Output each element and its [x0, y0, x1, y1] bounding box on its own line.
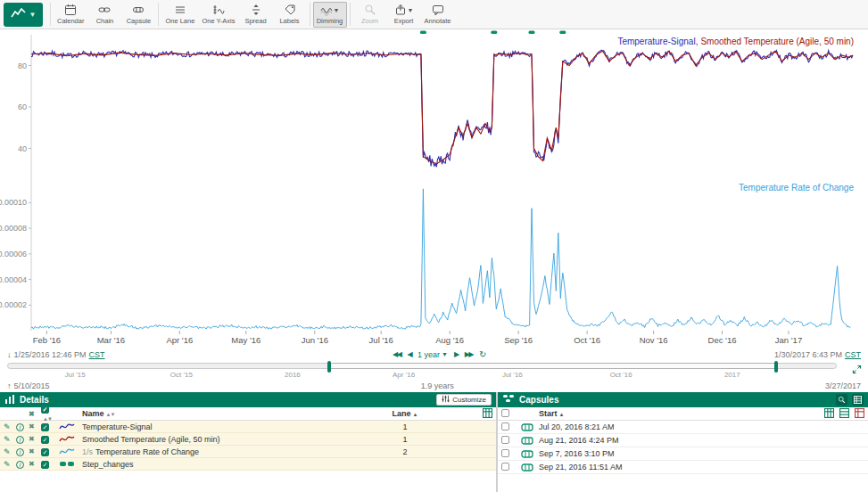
step-back-icon[interactable]: ◀: [407, 350, 411, 358]
visibility-checkbox[interactable]: ✓: [41, 461, 49, 469]
toolbar-button-label: Calendar: [57, 17, 84, 25]
customize-button[interactable]: Customize: [436, 394, 492, 406]
info-icon[interactable]: i: [16, 447, 29, 456]
toolbar-separator: [350, 3, 351, 26]
capsule-marker[interactable]: [420, 31, 426, 35]
capsules-panel-title: Capsules: [519, 395, 558, 405]
capsules-panel-icon: [502, 394, 515, 406]
toolbar-button-dimming[interactable]: ▼ Dimming: [313, 2, 347, 28]
capsule-checkbox[interactable]: [501, 436, 509, 444]
details-row[interactable]: ✎i✖✓Step_changes: [0, 458, 496, 471]
slider-tick-label: Apr '16: [393, 371, 415, 379]
capsule-start-value: Sep 7, 2016 3:10 PM: [539, 449, 864, 458]
toolbar-button-label: One Y-Axis: [202, 17, 235, 25]
y-tick-label: 80: [18, 62, 27, 70]
chevron-down-icon: ▼: [442, 351, 448, 357]
series-path-smoothed-temperature-agile-50-min-[interactable]: [31, 51, 853, 164]
capsule-checkbox[interactable]: [501, 449, 509, 457]
capsule-checkbox[interactable]: [501, 422, 509, 430]
lane-column-header[interactable]: Lane▲: [389, 409, 421, 418]
capsule-row[interactable]: Aug 21, 2016 4:24 PM: [498, 434, 868, 447]
capsules-search-button[interactable]: [836, 394, 847, 406]
toolbar-button-spread[interactable]: Spread: [239, 2, 273, 28]
capsule-checkbox[interactable]: [501, 463, 509, 471]
chain-icon: [98, 4, 111, 16]
toolbar-button-label: One Lane: [165, 17, 194, 25]
details-row[interactable]: ✎i✖✓Smoothed Temperature (Agile, 50 min)…: [0, 433, 496, 446]
x-tick-label: May '16: [231, 335, 260, 345]
remove-icon[interactable]: ✖: [29, 447, 41, 455]
capsule-marker[interactable]: [559, 31, 566, 35]
toolbar-button-export[interactable]: ▼ Export: [387, 2, 421, 28]
edit-icon[interactable]: ✎: [4, 422, 16, 431]
select-all-checkbox[interactable]: ✓: [41, 406, 49, 414]
customize-button-label: Customize: [452, 396, 486, 404]
one-y-axis-icon: [212, 4, 225, 16]
time-slider-selected-range[interactable]: [329, 363, 776, 369]
trend-chart[interactable]: Feb '16Mar '16Apr '16May '16Jun '16Jul '…: [0, 29, 868, 348]
capsule-icon: [521, 463, 539, 472]
remove-icon[interactable]: ✖: [29, 435, 41, 443]
step-back-fast-icon[interactable]: ◀◀: [393, 350, 401, 358]
remove-icon[interactable]: ✖: [29, 422, 41, 430]
sort-asc-icon: ▲: [413, 412, 418, 417]
trend-logo-icon: [11, 6, 27, 22]
details-rows: ✎i✖✓Temperature-Signal1✎i✖✓Smoothed Temp…: [0, 421, 496, 471]
step-forward-icon[interactable]: ▶: [454, 350, 459, 358]
capsule-row[interactable]: Jul 20, 2016 8:21 AM: [498, 421, 868, 434]
capsule-remove-columns-icon[interactable]: [855, 408, 864, 420]
name-column-header[interactable]: Name▲▼: [82, 409, 389, 418]
step-size-label: 1 year: [417, 350, 440, 359]
series-path-temperature-rate-of-change[interactable]: [31, 189, 851, 329]
remove-all-icon[interactable]: ✖: [29, 410, 41, 418]
details-row[interactable]: ✎i✖✓Temperature-Signal1: [0, 421, 496, 433]
toolbar-button-calendar[interactable]: Calendar: [54, 2, 87, 28]
capsule-row[interactable]: Sep 7, 2016 3:10 PM: [498, 447, 868, 461]
capsule-marker[interactable]: [491, 31, 497, 35]
edit-icon[interactable]: ✎: [4, 460, 16, 469]
visibility-checkbox[interactable]: ✓: [41, 436, 49, 444]
time-slider-track[interactable]: [7, 363, 837, 369]
visibility-checkbox[interactable]: ✓: [41, 448, 49, 456]
toolbar-button-one-y-axis[interactable]: One Y-Axis: [198, 2, 238, 28]
refresh-icon[interactable]: ↻: [479, 349, 486, 359]
edit-icon[interactable]: ✎: [4, 435, 16, 444]
slider-tick-label: Oct '15: [170, 371, 193, 379]
visibility-checkbox[interactable]: ✓: [41, 423, 49, 431]
capsule-row[interactable]: Sep 21, 2016 11:51 AM: [498, 461, 868, 474]
expand-range-icon[interactable]: [852, 362, 862, 378]
remove-icon[interactable]: ✖: [29, 460, 41, 468]
annotate-icon: [432, 4, 444, 16]
move-start-up-arrow-icon[interactable]: ↑: [7, 381, 12, 390]
legend-item: Smoothed Temperature (Agile, 50 min): [700, 37, 854, 46]
info-icon[interactable]: i: [16, 435, 29, 444]
capsules-grid-button[interactable]: [852, 394, 864, 406]
toolbar-button-capsule[interactable]: Capsule: [121, 2, 155, 28]
toolbar-button-labels[interactable]: Labels: [273, 2, 307, 28]
toolbar-button-label: Dimming: [317, 17, 343, 25]
capsule-columns-icon[interactable]: [824, 408, 834, 420]
details-row[interactable]: ✎i✖✓1/sTemperature Rate of Change2: [0, 446, 496, 458]
select-all-capsules-checkbox[interactable]: [501, 409, 509, 417]
move-start-arrow-icon[interactable]: ↓: [7, 350, 12, 359]
step-forward-fast-icon[interactable]: ▶▶: [465, 350, 473, 358]
timezone-link[interactable]: CST: [89, 350, 105, 359]
calendar-icon: [64, 4, 77, 16]
toolbar-button-one-lane[interactable]: One Lane: [161, 2, 198, 28]
legend-item: Temperature-Signal,: [617, 37, 698, 46]
series-path-temperature-signal[interactable]: [31, 50, 853, 167]
toolbar-button-annotate[interactable]: Annotate: [421, 2, 455, 28]
capsule-stats-icon[interactable]: [839, 408, 849, 420]
info-icon[interactable]: i: [16, 460, 29, 469]
timezone-link[interactable]: CST: [845, 350, 861, 359]
app-menu-button[interactable]: ▼: [4, 3, 43, 27]
toolbar-button-chain[interactable]: Chain: [87, 2, 121, 28]
info-icon[interactable]: i: [16, 422, 29, 431]
step-size-button[interactable]: 1 year ▼: [417, 350, 448, 359]
display-range-bar: ↓ 1/25/2016 12:46 PM CST ◀◀ ◀ 1 year ▼ ▶…: [0, 348, 868, 360]
capsule-marker[interactable]: [529, 31, 535, 35]
investigate-duration-label: 1.9 years: [421, 381, 454, 390]
details-columns-icon[interactable]: [483, 408, 492, 420]
start-column-header[interactable]: Start▲: [539, 409, 784, 418]
edit-icon[interactable]: ✎: [4, 447, 16, 456]
